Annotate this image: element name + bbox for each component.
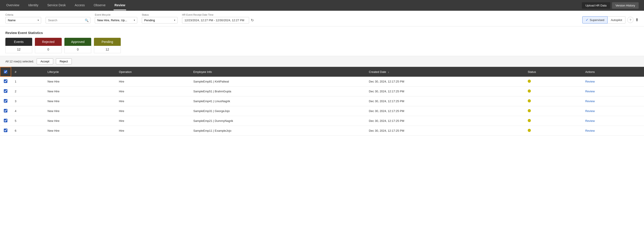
row-lifecycle: New Hire [44,96,116,106]
search-input[interactable] [46,17,90,24]
row-actions: Review [582,86,644,96]
row-checkbox-3[interactable] [4,99,8,103]
row-number: 5 [11,116,44,126]
row-checkbox-cell [0,126,11,136]
table-row: 5 New Hire Hire SampleEmp21 | DummyNagri… [0,116,644,126]
help-button[interactable]: ? [627,17,634,23]
row-created-date: Dec 30, 2024, 12:17:25 PM [365,86,524,96]
row-employee-info: SampleEmp21 | DummyNagrik [190,116,365,126]
refresh-button[interactable]: ↻ [250,18,254,23]
col-header-operation: Operation [116,67,190,77]
table-header-checkbox-cell [0,67,11,77]
criteria-filter-group: Criteria Name ▼ [5,14,41,24]
nav-item-overview[interactable]: Overview [5,1,20,10]
stat-value-rejected: 0 [35,46,62,53]
check-icon: ✓ [586,18,588,22]
supervised-label: Supervised [590,18,604,22]
upload-hr-data-button[interactable]: Upload HR Data [582,2,610,9]
stats-cards: Events 12 Rejected 0 Approved 0 Pending … [5,38,639,53]
stat-card-rejected: Rejected 0 [35,38,62,53]
stat-card-pending: Pending 12 [94,38,121,53]
col-header-status: Status [524,67,582,77]
row-lifecycle: New Hire [44,77,116,86]
status-dot-pending [528,119,531,122]
row-lifecycle: New Hire [44,86,116,96]
status-dot-pending [528,90,531,92]
row-checkbox-cell [0,106,11,116]
row-actions: Review [582,116,644,126]
nav-item-access[interactable]: Access [74,1,86,10]
row-checkbox-1[interactable] [4,80,8,83]
review-link[interactable]: Review [585,119,595,122]
row-checkbox-4[interactable] [4,109,8,112]
table-row: 6 New Hire Hire SampleEmp11 | ExampleJoj… [0,126,644,136]
col-header-lifecycle: Lifecycle [44,67,116,77]
review-link[interactable]: Review [585,80,595,83]
stats-section: Review Event Statistics Events 12 Reject… [0,26,644,56]
nav-item-service-desk[interactable]: Service Desk [46,1,67,10]
col-header-employee-info: Employee Info [190,67,365,77]
stat-value-pending: 12 [94,46,121,53]
autopilot-button[interactable]: Autopilot [608,16,626,24]
row-operation: Hire [116,116,190,126]
criteria-select-wrap: Name ▼ [5,17,41,24]
reject-button[interactable]: Reject [56,58,72,64]
select-all-checkbox-wrap [0,67,11,77]
row-checkbox-cell [0,77,11,86]
col-header-actions: Actions [582,67,644,77]
status-select[interactable]: Pending [142,17,178,24]
event-lifecycle-filter-group: Event lifecycle New Hire, Rehire, Up... … [95,14,137,24]
search-input-wrap: 🔍 [46,17,90,24]
version-history-button[interactable]: Version History [612,2,639,9]
row-employee-info: SampleEmp11 | ExampleJojo [190,126,365,136]
nav-items: Overview Identity Service Desk Access Ob… [5,1,126,10]
table-body: 1 New Hire Hire SampleEmp81 | KirtiPaliw… [0,77,644,136]
status-dot-pending [528,129,531,132]
stat-value-approved: 0 [64,46,91,53]
date-range-picker[interactable]: 12/23/2024, 12:27 PM - 12/30/2024, 12:27… [182,17,249,24]
status-filter-group: Status Pending ▼ [142,14,178,24]
table-row: 2 New Hire Hire SampleEmp51 | BrahmGupta… [0,86,644,96]
row-status [524,77,582,86]
table-row: 1 New Hire Hire SampleEmp81 | KirtiPaliw… [0,77,644,86]
row-status [524,86,582,96]
table-row: 3 New Hire Hire SampleEmp41 | LinusNagri… [0,96,644,106]
stat-label-events: Events [5,38,32,46]
share-button[interactable]: ⬆ [635,18,639,22]
status-dot-pending [528,109,531,112]
nav-item-identity[interactable]: Identity [27,1,39,10]
row-status [524,126,582,136]
review-link[interactable]: Review [585,129,595,132]
data-table: # Lifecycle Operation Employee Info Crea… [0,67,644,136]
review-link[interactable]: Review [585,109,595,113]
row-checkbox-5[interactable] [4,119,8,122]
date-range-label: HR Event Receipt Date Time [182,14,254,16]
review-link[interactable]: Review [585,100,595,103]
criteria-select[interactable]: Name [5,17,41,24]
row-actions: Review [582,77,644,86]
stat-value-events: 12 [5,46,32,53]
review-link[interactable]: Review [585,90,595,93]
data-table-wrap: # Lifecycle Operation Employee Info Crea… [0,67,644,136]
row-created-date: Dec 30, 2024, 12:17:25 PM [365,126,524,136]
row-status [524,96,582,106]
col-header-created-date[interactable]: Created Date ↓ [365,67,524,77]
status-dot-pending [528,80,531,83]
row-checkbox-6[interactable] [4,128,8,132]
supervised-button[interactable]: ✓ Supervised [582,16,608,24]
table-controls: All 12 row(s) selected. Accept Reject [0,56,644,67]
nav-item-review[interactable]: Review [114,1,126,10]
row-created-date: Dec 30, 2024, 12:17:25 PM [365,77,524,86]
row-lifecycle: New Hire [44,116,116,126]
accept-button[interactable]: Accept [37,58,53,64]
select-all-checkbox[interactable] [4,70,8,74]
stats-title: Review Event Statistics [5,31,639,35]
row-checkbox-2[interactable] [4,89,8,93]
nav-item-observe[interactable]: Observe [93,1,106,10]
event-lifecycle-select[interactable]: New Hire, Rehire, Up... [95,17,137,24]
mode-toggle: ✓ Supervised Autopilot [582,16,626,24]
row-checkbox-cell [0,96,11,106]
row-checkbox-cell [0,86,11,96]
stat-card-events: Events 12 [5,38,32,53]
row-status [524,116,582,126]
